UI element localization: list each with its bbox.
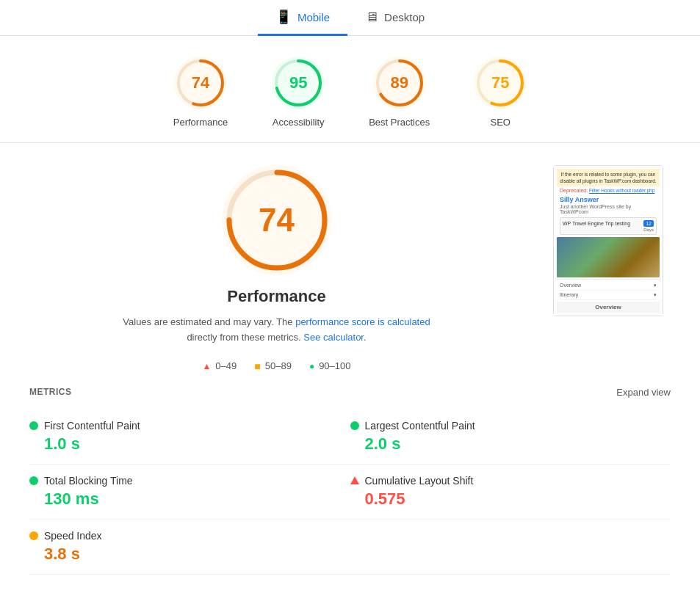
legend-average-range: 50–89 bbox=[265, 360, 292, 371]
metric-si-name: Speed Index bbox=[44, 530, 102, 542]
metric-cls-name-row: Cumulative Layout Shift bbox=[350, 475, 671, 487]
metric-cls-triangle bbox=[350, 476, 359, 484]
metric-fcp-name: First Contentful Paint bbox=[44, 420, 140, 432]
screenshot-badge-sub: Days bbox=[643, 228, 654, 232]
pass-icon: ● bbox=[309, 361, 314, 371]
average-icon: ■ bbox=[254, 360, 260, 372]
screenshot-site-title: Silly Answer bbox=[557, 194, 660, 203]
metric-lcp-value: 2.0 s bbox=[365, 434, 671, 454]
metric-cls: Cumulative Layout Shift 0.575 bbox=[350, 465, 671, 520]
screenshot-badge: 12 bbox=[643, 220, 654, 227]
metric-tbt: Total Blocking Time 130 ms bbox=[29, 465, 350, 520]
metric-tbt-dot bbox=[29, 476, 38, 485]
performance-circle: 74 bbox=[174, 57, 227, 109]
nav-overview-label: Overview bbox=[560, 283, 581, 288]
legend-pass: ● 90–100 bbox=[309, 360, 351, 371]
nav-overview-arrow: ▾ bbox=[654, 283, 657, 288]
metric-si: Speed Index 3.8 s bbox=[29, 520, 350, 575]
metric-fcp-dot bbox=[29, 421, 38, 430]
screenshot-nav: Overview ▾ Itinerary ▾ bbox=[557, 279, 660, 302]
legend-fail-range: 0–49 bbox=[215, 360, 237, 371]
seo-label: SEO bbox=[491, 117, 510, 128]
desc-text-mid: directly from these metrics. bbox=[187, 332, 303, 343]
best-practices-label: Best Practices bbox=[369, 117, 430, 128]
metrics-grid: First Contentful Paint 1.0 s Largest Con… bbox=[29, 410, 671, 575]
right-panel: If the error is related to some plugin, … bbox=[553, 165, 671, 372]
screenshot-card: WP Travel Engine Trip testing 12 Days bbox=[560, 217, 657, 235]
legend-average: ■ 50–89 bbox=[254, 360, 292, 372]
expand-view-button[interactable]: Expand view bbox=[616, 387, 671, 398]
metric-si-dot bbox=[29, 531, 38, 540]
deprecated-link[interactable]: Filter Hooks without loader.php bbox=[589, 188, 654, 193]
big-performance-ring bbox=[222, 165, 332, 275]
screenshot-image bbox=[557, 237, 660, 277]
big-score-title: Performance bbox=[227, 287, 326, 306]
calculator-link[interactable]: See calculator bbox=[303, 332, 364, 343]
best-practices-circle: 89 bbox=[373, 57, 426, 109]
deprecated-label: Deprecated: bbox=[560, 188, 588, 193]
metric-lcp-dot bbox=[350, 421, 359, 430]
metric-tbt-name: Total Blocking Time bbox=[44, 475, 133, 487]
metric-fcp-name-row: First Contentful Paint bbox=[29, 420, 350, 432]
desc-text-start: Values are estimated and may vary. The bbox=[123, 316, 295, 327]
metric-tbt-name-row: Total Blocking Time bbox=[29, 475, 350, 487]
screenshot-inner: If the error is related to some plugin, … bbox=[554, 166, 663, 316]
metric-cls-value: 0.575 bbox=[365, 490, 671, 509]
screenshot-warning: If the error is related to some plugin, … bbox=[557, 169, 660, 186]
accessibility-ring bbox=[272, 57, 325, 109]
tabs-bar: 📱 Mobile 🖥 Desktop bbox=[0, 0, 700, 36]
screenshot-site-subtitle: Just another WordPress site by TaskWPcom bbox=[557, 203, 660, 215]
metric-fcp-value: 1.0 s bbox=[44, 434, 350, 454]
big-score-wrapper: 74 Performance Values are estimated and … bbox=[29, 165, 524, 346]
performance-ring bbox=[174, 57, 227, 109]
tab-desktop-label: Desktop bbox=[384, 11, 425, 23]
screenshot-nav-overview: Overview ▾ bbox=[560, 281, 657, 291]
metric-empty bbox=[350, 520, 671, 575]
score-accessibility[interactable]: 95 Accessibility bbox=[272, 57, 325, 128]
accessibility-label: Accessibility bbox=[273, 117, 325, 128]
best-practices-ring bbox=[373, 57, 426, 109]
tab-desktop[interactable]: 🖥 Desktop bbox=[347, 0, 442, 36]
perf-score-link[interactable]: performance score is calculated bbox=[295, 316, 430, 327]
left-panel: 74 Performance Values are estimated and … bbox=[29, 165, 524, 372]
big-score-circle: 74 bbox=[222, 165, 332, 275]
legend: ▲ 0–49 ■ 50–89 ● 90–100 bbox=[29, 360, 524, 372]
accessibility-circle: 95 bbox=[272, 57, 325, 109]
screenshot-preview: If the error is related to some plugin, … bbox=[553, 165, 663, 316]
metrics-title: METRICS bbox=[29, 387, 72, 397]
performance-description: Values are estimated and may vary. The p… bbox=[123, 315, 431, 346]
legend-pass-range: 90–100 bbox=[319, 360, 350, 371]
screenshot-deprecated: Deprecated: Filter Hooks without loader.… bbox=[557, 186, 660, 194]
metric-si-value: 3.8 s bbox=[44, 545, 350, 564]
performance-label: Performance bbox=[173, 117, 228, 128]
metric-cls-name: Cumulative Layout Shift bbox=[365, 475, 474, 487]
metric-lcp: Largest Contentful Paint 2.0 s bbox=[350, 410, 671, 465]
score-best-practices[interactable]: 89 Best Practices bbox=[369, 57, 430, 128]
seo-circle: 75 bbox=[474, 57, 527, 109]
nav-itinerary-label: Itinerary bbox=[560, 292, 578, 298]
nav-itinerary-arrow: ▾ bbox=[654, 292, 657, 298]
tab-mobile[interactable]: 📱 Mobile bbox=[258, 0, 347, 36]
metric-lcp-name: Largest Contentful Paint bbox=[365, 420, 475, 432]
metrics-header: METRICS Expand view bbox=[29, 387, 671, 398]
scores-row: 74 Performance 95 Accessibility 89 Best … bbox=[0, 36, 700, 143]
screenshot-footer: Overview bbox=[557, 302, 660, 313]
metrics-section: METRICS Expand view First Contentful Pai… bbox=[0, 387, 700, 589]
score-performance[interactable]: 74 Performance bbox=[173, 57, 228, 128]
desc-text-end: . bbox=[364, 332, 367, 343]
screenshot-nav-itinerary: Itinerary ▾ bbox=[560, 291, 657, 300]
fail-icon: ▲ bbox=[202, 361, 211, 371]
metric-lcp-name-row: Largest Contentful Paint bbox=[350, 420, 671, 432]
metric-si-name-row: Speed Index bbox=[29, 530, 350, 542]
mobile-icon: 📱 bbox=[275, 9, 292, 25]
tab-mobile-label: Mobile bbox=[297, 11, 330, 23]
score-seo[interactable]: 75 SEO bbox=[474, 57, 527, 128]
seo-ring bbox=[474, 57, 527, 109]
metric-fcp: First Contentful Paint 1.0 s bbox=[29, 410, 350, 465]
legend-fail: ▲ 0–49 bbox=[202, 360, 237, 371]
main-content: 74 Performance Values are estimated and … bbox=[0, 143, 700, 387]
screenshot-card-text: WP Travel Engine Trip testing bbox=[563, 220, 630, 227]
metric-tbt-value: 130 ms bbox=[44, 490, 350, 509]
desktop-icon: 🖥 bbox=[365, 10, 378, 25]
